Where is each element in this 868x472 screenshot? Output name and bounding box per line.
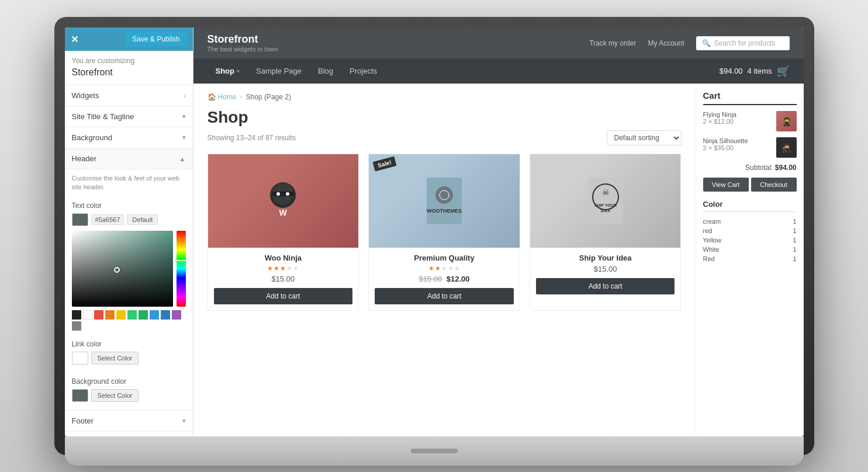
swatch-blue[interactable] [150, 310, 159, 320]
shop-meta: Showing 13–24 of 87 results Default sort… [208, 130, 682, 145]
cart-item-thumb-2: 🥷 [776, 137, 797, 158]
color-filter-white-count: 1 [793, 246, 796, 253]
checkout-button[interactable]: Checkout [751, 178, 797, 192]
swatch-dark-blue[interactable] [161, 310, 170, 320]
nav-link-sample[interactable]: Sample Page [248, 58, 310, 84]
product-grid: W Woo Ninja ★ ★ ★ ★ [208, 154, 682, 311]
svg-text:WOOTHEMES: WOOTHEMES [427, 208, 462, 214]
store-brand: Storefront The best widgets in town [208, 33, 278, 53]
nav-link-shop-label: Shop [216, 67, 235, 75]
cart-item-flying-ninja: Flying Ninja 2 × $12.00 🥷 [703, 111, 797, 131]
search-icon: 🔍 [702, 39, 711, 47]
swatch-gray[interactable] [72, 321, 81, 331]
bg-color-swatch[interactable] [72, 389, 88, 402]
product-price-woo-ninja: $15.00 [214, 275, 353, 283]
cart-item-qty-1: 2 × $12.00 [703, 118, 776, 125]
store-sidebar: Cart Flying Ninja 2 × $12.00 🥷 [696, 84, 804, 436]
add-to-cart-woo-ninja[interactable]: Add to cart [214, 288, 353, 304]
subtotal-label: Subtotal: [745, 164, 773, 172]
menu-item-site-title-label: Site Title & Tagline [72, 112, 134, 121]
nav-link-projects[interactable]: Projects [341, 58, 385, 84]
page-title: Shop [208, 108, 682, 127]
swatch-yellow[interactable] [116, 310, 126, 320]
sort-select[interactable]: Default sorting [607, 130, 682, 145]
star-5: ★ [293, 265, 299, 272]
search-box[interactable]: 🔍 Search for products [696, 36, 790, 50]
svg-text:SHIP YOUR: SHIP YOUR [594, 203, 617, 207]
color-default-button[interactable]: Default [127, 214, 158, 225]
menu-item-widgets[interactable]: Widgets › [65, 85, 193, 106]
breadcrumb-home-link[interactable]: 🏠 Home [208, 93, 237, 101]
color-picker[interactable] [72, 231, 186, 307]
swatch-black[interactable] [72, 310, 81, 320]
ship-your-idea-image: ☠ SHIP YOUR IDEA [530, 154, 681, 248]
close-button[interactable]: ✕ [71, 34, 78, 45]
color-filter-cream[interactable]: cream 1 [703, 217, 797, 226]
nav-link-blog[interactable]: Blog [310, 58, 341, 84]
cart-total: $94.00 [720, 67, 743, 75]
add-to-cart-premium-quality[interactable]: Add to cart [375, 288, 514, 304]
product-image-ship-your-idea: ☠ SHIP YOUR IDEA [530, 154, 681, 248]
swatch-orange[interactable] [105, 310, 115, 320]
svg-point-4 [286, 192, 289, 196]
store-nav: Shop ▾ Sample Page Blog Projects $94.00 … [193, 58, 804, 84]
swatch-purple[interactable] [172, 310, 181, 320]
my-account-link[interactable]: My Account [648, 39, 684, 47]
color-filter-white[interactable]: White 1 [703, 245, 797, 254]
swatch-red[interactable] [94, 310, 103, 320]
link-color-swatch[interactable] [72, 352, 88, 365]
star-5: ★ [454, 265, 460, 272]
swatch-green[interactable] [127, 310, 137, 320]
svg-rect-2 [272, 192, 293, 196]
color-filter-yellow-label: Yellow [703, 237, 721, 244]
product-price-ship-your-idea: $15.00 [536, 265, 675, 273]
star-3: ★ [280, 265, 286, 272]
product-card-premium-quality: WOOTHEMES Sale! Premium Quality ★ [368, 154, 520, 311]
color-filter-red[interactable]: red 1 [703, 226, 797, 235]
view-cart-button[interactable]: View Cart [703, 178, 749, 192]
color-filter-title: Color [703, 200, 797, 209]
cart-divider [703, 104, 797, 105]
color-filter-red-label: red [703, 227, 713, 234]
menu-item-footer[interactable]: Footer ▾ [65, 410, 193, 431]
bg-select-color-button[interactable]: Select Color [91, 389, 139, 402]
cart-item-info-1: Flying Ninja 2 × $12.00 [703, 111, 776, 125]
menu-arrow-background: ▾ [182, 134, 186, 141]
color-filter-yellow[interactable]: Yellow 1 [703, 235, 797, 245]
save-publish-button[interactable]: Save & Publish [125, 32, 186, 46]
color-filter-yellow-count: 1 [793, 237, 796, 244]
current-color-swatch[interactable] [72, 213, 88, 226]
link-select-color-button[interactable]: Select Color [91, 352, 139, 365]
color-filter-red2[interactable]: Red 1 [703, 254, 797, 263]
breadcrumb-separator: › [240, 93, 243, 101]
swatch-white[interactable] [83, 310, 92, 320]
search-placeholder: Search for products [714, 39, 776, 47]
results-text: Showing 13–24 of 87 results [208, 134, 296, 142]
add-to-cart-ship-your-idea[interactable]: Add to cart [536, 278, 675, 294]
laptop-notch [411, 449, 458, 453]
track-order-link[interactable]: Track my order [589, 39, 636, 47]
saturation-box[interactable] [72, 231, 173, 307]
swatch-dark-green[interactable] [139, 310, 148, 320]
color-filter-cream-count: 1 [793, 218, 796, 225]
color-filter-red-count: 1 [793, 227, 796, 234]
product-stars-woo-ninja: ★ ★ ★ ★ ★ [214, 265, 353, 272]
premium-quality-image: WOOTHEMES [369, 154, 520, 248]
star-1: ★ [267, 265, 273, 272]
menu-item-header[interactable]: Header ▲ [65, 148, 193, 169]
menu-item-background[interactable]: Background ▾ [65, 127, 193, 148]
cart-info[interactable]: $94.00 4 items 🛒 [720, 65, 790, 78]
text-color-section: Text color #5a6567 Default [65, 197, 193, 335]
nav-link-shop[interactable]: Shop ▾ [208, 58, 248, 84]
cart-item-qty-2: 2 × $35.00 [703, 144, 776, 151]
menu-item-site-title[interactable]: Site Title & Tagline ▾ [65, 106, 193, 127]
link-color-section: Link color Select Color [65, 335, 193, 374]
product-name-ship-your-idea: Ship Your Idea [536, 254, 675, 262]
color-filter-red2-count: 1 [793, 255, 796, 262]
hue-cursor [175, 259, 187, 262]
menu-arrow-header: ▲ [179, 155, 186, 162]
menu-item-widgets-label: Widgets [72, 91, 99, 100]
hue-slider[interactable] [177, 231, 186, 307]
collapse-row[interactable]: ⊕ Collapse [65, 431, 193, 436]
shop-chevron-icon: ▾ [237, 68, 240, 74]
